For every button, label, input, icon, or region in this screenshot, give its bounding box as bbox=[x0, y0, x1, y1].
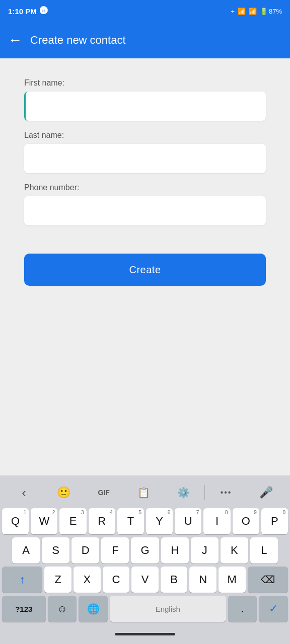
key-Z[interactable]: Z bbox=[44, 567, 71, 593]
space-label: English bbox=[156, 605, 180, 613]
key-W[interactable]: 2W bbox=[31, 508, 57, 534]
status-icons: + 📶 📶 🔋 87% bbox=[231, 8, 282, 15]
keyboard-emoji-btn[interactable]: 🙂 bbox=[45, 481, 83, 504]
phone-label: Phone number: bbox=[24, 183, 266, 192]
status-time: 1:10 PM 🅐 bbox=[8, 7, 48, 16]
key-E[interactable]: 3E bbox=[59, 508, 86, 534]
key-A[interactable]: A bbox=[12, 537, 40, 564]
page-title: Create new contact bbox=[30, 34, 126, 47]
home-indicator bbox=[115, 633, 175, 635]
key-num-switch[interactable]: ?123 bbox=[2, 596, 46, 622]
key-D[interactable]: D bbox=[71, 537, 99, 564]
battery-indicator: 🔋 87% bbox=[260, 8, 282, 15]
key-P[interactable]: 0P bbox=[261, 508, 288, 534]
wifi-icon: 📶 bbox=[249, 8, 257, 15]
key-I[interactable]: 8I bbox=[203, 508, 230, 534]
first-name-group: First name: bbox=[24, 78, 266, 121]
keyboard-back-btn[interactable]: ‹ bbox=[5, 481, 43, 504]
bluetooth-icon: + bbox=[231, 8, 235, 15]
toolbar-divider bbox=[204, 485, 205, 500]
keyboard-row-1: 1Q 2W 3E 4R 5T 6Y 7U 8I 9O 0P bbox=[0, 507, 290, 536]
keyboard-toolbar: ‹ 🙂 GIF 📋 ⚙️ ••• 🎤 bbox=[0, 478, 290, 507]
last-name-group: Last name: bbox=[24, 131, 266, 173]
key-K[interactable]: K bbox=[221, 537, 248, 564]
key-period[interactable]: . bbox=[228, 596, 257, 622]
key-space[interactable]: English bbox=[110, 596, 226, 622]
back-button[interactable]: ← bbox=[8, 33, 22, 47]
keyboard-clipboard-btn[interactable]: 📋 bbox=[125, 481, 163, 504]
key-Y[interactable]: 6Y bbox=[146, 508, 173, 534]
key-C[interactable]: C bbox=[103, 567, 130, 593]
signal-icon: 📶 bbox=[238, 8, 246, 15]
keyboard-more-btn[interactable]: ••• bbox=[207, 481, 245, 504]
last-name-label: Last name: bbox=[24, 131, 266, 140]
key-J[interactable]: J bbox=[191, 537, 219, 564]
key-H[interactable]: H bbox=[161, 537, 189, 564]
first-name-label: First name: bbox=[24, 78, 266, 88]
key-U[interactable]: 7U bbox=[175, 508, 201, 534]
keyboard-row-3: ↑ Z X C V B N M ⌫ bbox=[0, 565, 290, 594]
keyboard-row-bottom: ?123 ☺ 🌐 English . ✓ bbox=[0, 594, 290, 626]
phone-input[interactable] bbox=[24, 196, 266, 225]
keyboard-settings-btn[interactable]: ⚙️ bbox=[165, 481, 202, 504]
key-B[interactable]: B bbox=[161, 567, 188, 593]
status-bar: 1:10 PM 🅐 + 📶 📶 🔋 87% bbox=[0, 0, 290, 22]
first-name-input[interactable] bbox=[24, 92, 266, 121]
key-R[interactable]: 4R bbox=[89, 508, 115, 534]
keyboard-row-2: A S D F G H J K L bbox=[0, 536, 290, 565]
key-shift[interactable]: ↑ bbox=[2, 567, 42, 593]
location-icon: 🅐 bbox=[40, 7, 48, 16]
key-M[interactable]: M bbox=[219, 567, 246, 593]
create-button[interactable]: Create bbox=[24, 254, 266, 286]
key-O[interactable]: 9O bbox=[233, 508, 259, 534]
keyboard: ‹ 🙂 GIF 📋 ⚙️ ••• 🎤 1Q 2W 3E 4R 5T 6Y 7U … bbox=[0, 475, 290, 626]
last-name-input[interactable] bbox=[24, 144, 266, 173]
key-backspace[interactable]: ⌫ bbox=[248, 567, 288, 593]
key-V[interactable]: V bbox=[131, 567, 159, 593]
key-G[interactable]: G bbox=[131, 537, 159, 564]
phone-group: Phone number: bbox=[24, 183, 266, 225]
battery-label: 87% bbox=[269, 8, 282, 15]
time-label: 1:10 PM bbox=[8, 7, 37, 16]
key-S[interactable]: S bbox=[42, 537, 69, 564]
form-area: First name: Last name: Phone number: Cre… bbox=[0, 58, 290, 475]
key-L[interactable]: L bbox=[250, 537, 278, 564]
key-F[interactable]: F bbox=[101, 537, 129, 564]
key-checkmark[interactable]: ✓ bbox=[259, 596, 288, 622]
key-X[interactable]: X bbox=[74, 567, 101, 593]
app-bar: ← Create new contact bbox=[0, 22, 290, 58]
key-globe[interactable]: 🌐 bbox=[79, 596, 108, 622]
key-emoji[interactable]: ☺ bbox=[48, 596, 77, 622]
key-T[interactable]: 5T bbox=[117, 508, 144, 534]
keyboard-gif-btn[interactable]: GIF bbox=[85, 481, 123, 504]
key-N[interactable]: N bbox=[189, 567, 216, 593]
nav-bar bbox=[0, 626, 290, 644]
key-Q[interactable]: 1Q bbox=[2, 508, 29, 534]
keyboard-mic-btn[interactable]: 🎤 bbox=[247, 481, 285, 504]
